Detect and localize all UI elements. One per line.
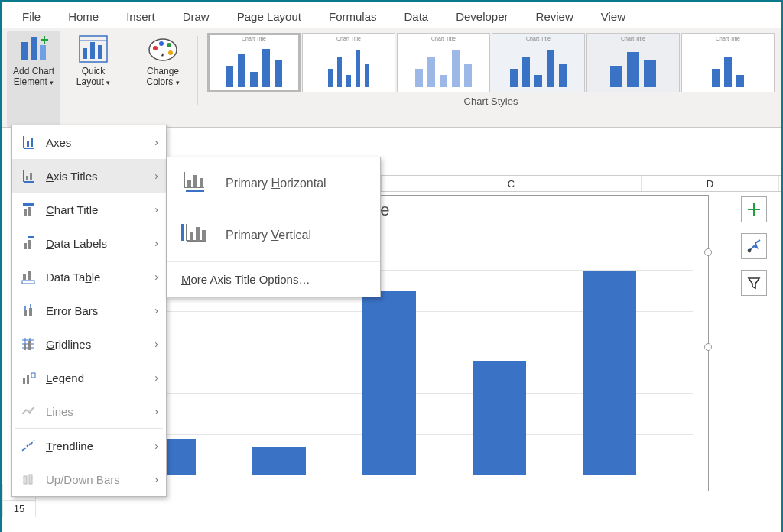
svg-rect-51 bbox=[187, 180, 191, 187]
submenu-more-options[interactable]: More Axis Title Options… bbox=[167, 261, 380, 297]
chart-style-2[interactable]: Chart Title bbox=[302, 33, 395, 92]
menu-item-label: Data Labels bbox=[46, 237, 145, 250]
quick-layout-label: Quick Layout ▾ bbox=[68, 66, 119, 88]
chart-style-3[interactable]: Chart Title bbox=[397, 33, 490, 92]
svg-rect-41 bbox=[23, 378, 25, 384]
menu-item-data-table[interactable]: Data Table › bbox=[12, 260, 166, 294]
svg-rect-39 bbox=[24, 344, 26, 350]
tab-page-layout[interactable]: Page Layout bbox=[223, 5, 315, 28]
svg-rect-29 bbox=[24, 243, 27, 249]
menu-item-up-down-bars: Up/Down Bars › bbox=[12, 462, 166, 496]
chart-bar-4[interactable] bbox=[473, 361, 526, 475]
svg-rect-25 bbox=[30, 173, 32, 180]
svg-rect-21 bbox=[31, 138, 33, 147]
menu-item-label: Trendline bbox=[46, 440, 145, 453]
menu-item-error-bars[interactable]: Error Bars › bbox=[12, 294, 166, 327]
menu-item-label: Axis Titles bbox=[46, 170, 145, 183]
svg-point-12 bbox=[159, 41, 164, 46]
menu-item-axes[interactable]: Axes › bbox=[12, 125, 166, 159]
menu-item-gridlines[interactable]: Gridlines › bbox=[12, 327, 166, 361]
svg-rect-48 bbox=[29, 475, 32, 484]
chevron-right-icon: › bbox=[154, 405, 158, 417]
primary-vertical-icon bbox=[181, 222, 209, 248]
error-bars-icon bbox=[20, 303, 37, 318]
svg-rect-6 bbox=[83, 48, 87, 59]
column-header-c[interactable]: C bbox=[382, 176, 642, 191]
svg-rect-47 bbox=[24, 476, 27, 484]
menu-item-label: Axes bbox=[46, 136, 145, 149]
submenu-label: Primary Horizontal bbox=[226, 177, 327, 190]
svg-rect-2 bbox=[40, 45, 46, 60]
primary-horizontal-icon bbox=[181, 170, 209, 196]
tab-draw[interactable]: Draw bbox=[169, 5, 223, 28]
chart-styles-gallery: Chart Title Chart Title Chart Title Char… bbox=[206, 31, 776, 94]
svg-point-17 bbox=[748, 249, 752, 253]
svg-rect-31 bbox=[28, 236, 34, 238]
chart-style-4[interactable]: Chart Title bbox=[492, 33, 585, 92]
menu-item-label: Error Bars bbox=[46, 304, 145, 317]
menu-item-chart-title[interactable]: Chart Title › bbox=[12, 193, 166, 226]
change-colors-button[interactable]: Change Colors ▾ bbox=[136, 31, 190, 127]
submenu-primary-horizontal[interactable]: Primary Horizontal bbox=[167, 157, 380, 209]
chart-bar-2[interactable] bbox=[252, 447, 306, 475]
tab-view[interactable]: View bbox=[587, 5, 639, 28]
quick-layout-icon bbox=[78, 33, 109, 63]
tab-review[interactable]: Review bbox=[522, 5, 587, 28]
submenu-primary-vertical[interactable]: Primary Vertical bbox=[167, 209, 380, 261]
chart-styles-label: Chart Styles bbox=[206, 94, 776, 109]
svg-rect-34 bbox=[22, 281, 34, 284]
svg-rect-1 bbox=[31, 37, 37, 60]
chevron-right-icon: › bbox=[154, 237, 158, 249]
menu-item-lines: Lines › bbox=[12, 394, 166, 428]
lines-icon bbox=[20, 404, 37, 419]
axes-icon bbox=[20, 135, 37, 150]
add-chart-element-button[interactable]: Add Chart Element ▾ bbox=[7, 31, 60, 127]
row-header-15[interactable]: 15 bbox=[2, 501, 36, 517]
svg-rect-52 bbox=[193, 175, 197, 187]
tab-formulas[interactable]: Formulas bbox=[315, 5, 391, 28]
chart-elements-button[interactable] bbox=[741, 196, 767, 222]
svg-rect-30 bbox=[28, 240, 31, 249]
tab-data[interactable]: Data bbox=[390, 5, 442, 28]
svg-rect-35 bbox=[24, 310, 27, 316]
chevron-right-icon: › bbox=[154, 440, 158, 452]
chart-bar-5[interactable] bbox=[583, 271, 636, 475]
menu-item-label: Up/Down Bars bbox=[46, 473, 145, 486]
menu-item-axis-titles[interactable]: Axis Titles › bbox=[12, 159, 166, 193]
svg-point-13 bbox=[167, 43, 171, 47]
menu-item-label: Gridlines bbox=[46, 338, 145, 351]
chart-style-5[interactable]: Chart Title bbox=[586, 33, 680, 92]
chart-styles-group: Chart Title Chart Title Chart Title Char… bbox=[206, 31, 776, 127]
quick-layout-button[interactable]: Quick Layout ▾ bbox=[67, 31, 120, 127]
menu-item-data-labels[interactable]: Data Labels › bbox=[12, 226, 166, 260]
axis-titles-icon bbox=[20, 168, 37, 183]
tab-home[interactable]: Home bbox=[54, 5, 112, 28]
palette-icon bbox=[146, 33, 180, 63]
chart-style-1[interactable]: Chart Title bbox=[207, 33, 301, 92]
submenu-label: Primary Vertical bbox=[226, 229, 311, 242]
chart-styles-button[interactable] bbox=[741, 233, 767, 259]
chevron-right-icon: › bbox=[154, 371, 158, 384]
chart-bar-3[interactable] bbox=[362, 291, 416, 476]
column-header-d[interactable]: D bbox=[642, 176, 779, 191]
chart-filters-button[interactable] bbox=[741, 270, 767, 296]
add-chart-element-label: Add Chart Element ▾ bbox=[8, 66, 59, 88]
chart-title-icon bbox=[20, 202, 37, 217]
trendline-icon bbox=[20, 438, 37, 453]
chevron-right-icon: › bbox=[154, 304, 158, 316]
svg-rect-20 bbox=[27, 141, 29, 147]
chevron-right-icon: › bbox=[154, 170, 158, 182]
svg-rect-36 bbox=[29, 308, 32, 316]
data-labels-icon bbox=[20, 235, 37, 251]
chart-style-6[interactable]: Chart Title bbox=[681, 33, 775, 92]
tab-file[interactable]: File bbox=[8, 5, 54, 28]
svg-rect-60 bbox=[202, 230, 206, 241]
data-table-icon bbox=[20, 269, 37, 284]
tab-developer[interactable]: Developer bbox=[442, 5, 521, 28]
menu-item-trendline[interactable]: Trendline › bbox=[12, 429, 166, 462]
svg-rect-32 bbox=[23, 274, 26, 280]
tab-insert[interactable]: Insert bbox=[112, 5, 169, 28]
svg-rect-55 bbox=[181, 224, 184, 241]
menu-item-legend[interactable]: Legend › bbox=[12, 361, 166, 394]
svg-rect-54 bbox=[186, 190, 204, 192]
